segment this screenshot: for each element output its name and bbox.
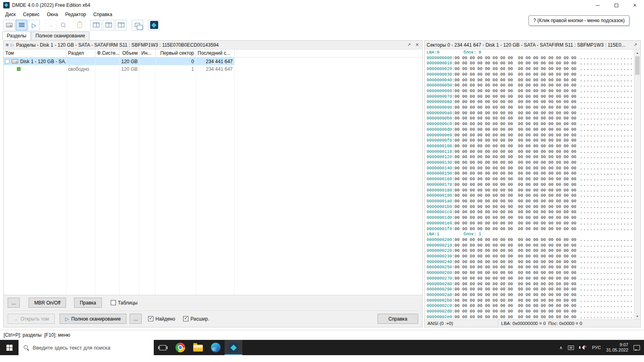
hex-row[interactable]: 00000002b0:00 00 00 00 00 00 00 00 00 00… bbox=[427, 298, 634, 304]
taskbar-explorer-button[interactable] bbox=[189, 340, 207, 355]
hex-row[interactable]: 0000000010:00 00 00 00 00 00 00 00 00 00… bbox=[427, 61, 634, 66]
hex-scrollbar[interactable]: ▲ ▼ bbox=[634, 49, 640, 319]
undock-icon[interactable]: ↗ bbox=[406, 42, 412, 47]
row-checkbox[interactable] bbox=[5, 59, 10, 64]
taskbar-dmde-button[interactable] bbox=[225, 340, 242, 355]
toolbar-table-dir-button[interactable] bbox=[115, 20, 127, 31]
hex-row[interactable]: 0000000060:00 00 00 00 00 00 00 00 00 00… bbox=[427, 88, 634, 94]
hex-row[interactable]: 00000002d0:00 00 00 00 00 00 00 00 00 00… bbox=[427, 309, 634, 315]
hex-row[interactable]: 00000002a0:00 00 00 00 00 00 00 00 00 00… bbox=[427, 292, 634, 298]
hex-row[interactable]: 00000000a0:00 00 00 00 00 00 00 00 00 00… bbox=[427, 111, 634, 116]
tab-full-scan[interactable]: Полное сканирование bbox=[31, 31, 89, 40]
column-last-sector[interactable]: Последний с... bbox=[196, 49, 235, 57]
hex-row[interactable]: 00000001f0:00 00 00 00 00 00 00 00 00 00… bbox=[427, 226, 634, 232]
hex-row[interactable]: 0000000040:00 00 00 00 00 00 00 00 00 00… bbox=[427, 78, 634, 83]
scan-options-button[interactable]: ... bbox=[130, 314, 142, 324]
column-filesystem[interactable]: Ф.Систе... bbox=[95, 49, 120, 57]
edit-button[interactable]: Правка bbox=[74, 298, 102, 308]
minimize-button[interactable] bbox=[588, 0, 607, 10]
hex-row[interactable]: 0000000070:00 00 00 00 00 00 00 00 00 00… bbox=[427, 94, 634, 100]
extended-checkbox[interactable]: Расшир. bbox=[183, 316, 209, 322]
taskbar-search[interactable]: Введите здесь текст для поиска bbox=[19, 340, 154, 355]
hex-row[interactable]: 0000000240:00 00 00 00 00 00 00 00 00 00… bbox=[427, 259, 634, 265]
hex-row[interactable]: 00000002c0:00 00 00 00 00 00 00 00 00 00… bbox=[427, 303, 634, 309]
toolbar-full-scan-button[interactable]: ▷ bbox=[28, 20, 40, 31]
menu-help[interactable]: Справка bbox=[90, 11, 116, 18]
hex-row[interactable]: 0000000230:00 00 00 00 00 00 00 00 00 00… bbox=[427, 254, 634, 259]
hex-row[interactable]: 0000000080:00 00 00 00 00 00 00 00 00 00… bbox=[427, 99, 634, 105]
hex-row[interactable]: 00000002e0:00 00 00 00 00 00 00 00 00 00… bbox=[427, 315, 634, 319]
scroll-up-icon[interactable]: ▲ bbox=[634, 49, 640, 56]
hex-row[interactable]: 0000000180:00 00 00 00 00 00 00 00 00 00… bbox=[427, 188, 634, 193]
menu-editor[interactable]: Редактор bbox=[62, 11, 90, 18]
toolbar-about-button[interactable] bbox=[148, 20, 160, 31]
panel-close-icon[interactable]: ✕ bbox=[414, 42, 420, 47]
hex-row[interactable]: 0000000210:00 00 00 00 00 00 00 00 00 00… bbox=[427, 243, 634, 249]
tables-checkbox[interactable]: Таблицы bbox=[111, 300, 138, 306]
hex-row[interactable]: 0000000110:00 00 00 00 00 00 00 00 00 00… bbox=[427, 149, 634, 155]
hex-row[interactable]: 0000000220:00 00 00 00 00 00 00 00 00 00… bbox=[427, 248, 634, 254]
hex-row[interactable]: 00000001d0:00 00 00 00 00 00 00 00 00 00… bbox=[427, 215, 634, 221]
column-size[interactable]: Объем bbox=[120, 49, 140, 57]
hex-row[interactable]: 0000000170:00 00 00 00 00 00 00 00 00 00… bbox=[427, 182, 634, 188]
language-indicator[interactable]: РУС bbox=[592, 345, 601, 350]
clock[interactable]: 9:07 31.05.2022 bbox=[606, 342, 628, 353]
hex-row[interactable]: 0000000260:00 00 00 00 00 00 00 00 00 00… bbox=[427, 270, 634, 276]
start-button[interactable] bbox=[0, 340, 19, 355]
menu-windows[interactable]: Окна bbox=[43, 11, 62, 18]
action-center-icon[interactable] bbox=[634, 345, 640, 350]
tray-display-icon[interactable] bbox=[568, 346, 574, 350]
hex-row[interactable]: 0000000120:00 00 00 00 00 00 00 00 00 00… bbox=[427, 154, 634, 160]
partition-row-free-space[interactable]: свободно 120 GB 1 234 441 647 bbox=[4, 65, 422, 73]
more-button[interactable]: ... bbox=[8, 298, 20, 308]
scroll-down-icon[interactable]: ▼ bbox=[634, 313, 640, 319]
volume-muted-icon[interactable]: ✕ bbox=[579, 345, 587, 350]
hex-row[interactable]: 0000000190:00 00 00 00 00 00 00 00 00 00… bbox=[427, 193, 634, 199]
hex-row[interactable]: 0000000140:00 00 00 00 00 00 00 00 00 00… bbox=[427, 166, 634, 171]
column-first-sector[interactable]: Первый сектор bbox=[156, 49, 196, 57]
hex-row[interactable]: 0000000000:00 00 00 00 00 00 00 00 00 00… bbox=[427, 56, 634, 61]
panel-menu-icon[interactable]: ≡ bbox=[6, 42, 9, 48]
help-button[interactable]: Справка bbox=[378, 314, 418, 324]
found-checkbox[interactable]: Найдено bbox=[148, 316, 175, 322]
hex-row[interactable]: 0000000050:00 00 00 00 00 00 00 00 00 00… bbox=[427, 83, 634, 88]
hex-row[interactable]: 0000000250:00 00 00 00 00 00 00 00 00 00… bbox=[427, 265, 634, 270]
hex-row[interactable]: 0000000290:00 00 00 00 00 00 00 00 00 00… bbox=[427, 287, 634, 292]
toolbar-table-partitions-button[interactable] bbox=[90, 20, 102, 31]
toolbar-table-boot-button[interactable] bbox=[103, 20, 114, 31]
column-indicators[interactable]: Ин... bbox=[140, 49, 156, 57]
menu-service[interactable]: Сервис bbox=[19, 11, 43, 18]
hex-row[interactable]: 00000001a0:00 00 00 00 00 00 00 00 00 00… bbox=[427, 199, 634, 204]
column-volume[interactable]: Том bbox=[4, 49, 66, 57]
close-button[interactable]: ✕ bbox=[625, 0, 644, 10]
toolbar-select-disk-button[interactable] bbox=[3, 20, 15, 31]
hex-row[interactable]: 0000000100:00 00 00 00 00 00 00 00 00 00… bbox=[427, 144, 634, 149]
taskbar-chrome-button[interactable] bbox=[171, 340, 189, 355]
hex-row[interactable]: 00000000c0:00 00 00 00 00 00 00 00 00 00… bbox=[427, 121, 634, 127]
toolbar-windows-button[interactable] bbox=[132, 20, 143, 31]
hex-row[interactable]: 0000000160:00 00 00 00 00 00 00 00 00 00… bbox=[427, 177, 634, 182]
scrollbar-thumb[interactable] bbox=[635, 56, 640, 75]
hex-row[interactable]: 0000000150:00 00 00 00 00 00 00 00 00 00… bbox=[427, 171, 634, 177]
hex-row[interactable]: 00000000b0:00 00 00 00 00 00 00 00 00 00… bbox=[427, 116, 634, 121]
full-scan-button[interactable]: ▷ Полное сканирование bbox=[60, 314, 126, 324]
hex-row[interactable]: 00000001b0:00 00 00 00 00 00 00 00 00 00… bbox=[427, 204, 634, 210]
mbr-onoff-button[interactable]: MBR On/Off bbox=[29, 298, 66, 308]
hex-row[interactable]: 00000000d0:00 00 00 00 00 00 00 00 00 00… bbox=[427, 127, 634, 133]
column-partition[interactable]: Раздел bbox=[66, 49, 95, 57]
taskbar-edge-button[interactable] bbox=[207, 340, 225, 355]
hex-row[interactable]: 0000000200:00 00 00 00 00 00 00 00 00 00… bbox=[427, 237, 634, 243]
menu-disk[interactable]: Диск bbox=[2, 11, 19, 18]
toolbar-partitions-button[interactable] bbox=[16, 20, 27, 31]
hex-row[interactable]: 0000000020:00 00 00 00 00 00 00 00 00 00… bbox=[427, 66, 634, 72]
hex-row[interactable]: 0000000270:00 00 00 00 00 00 00 00 00 00… bbox=[427, 276, 634, 282]
hex-row[interactable]: 00000000f0:00 00 00 00 00 00 00 00 00 00… bbox=[427, 138, 634, 144]
undock-icon[interactable]: ↗ bbox=[632, 42, 638, 47]
hex-row[interactable]: 00000001e0:00 00 00 00 00 00 00 00 00 00… bbox=[427, 221, 634, 226]
task-view-button[interactable] bbox=[154, 340, 171, 355]
hex-row[interactable]: 0000000130:00 00 00 00 00 00 00 00 00 00… bbox=[427, 160, 634, 166]
tab-partitions[interactable]: Разделы bbox=[2, 31, 31, 40]
tray-expand-icon[interactable]: ∧ bbox=[559, 345, 563, 350]
maximize-button[interactable] bbox=[607, 0, 625, 10]
hex-row[interactable]: 0000000090:00 00 00 00 00 00 00 00 00 00… bbox=[427, 105, 634, 111]
